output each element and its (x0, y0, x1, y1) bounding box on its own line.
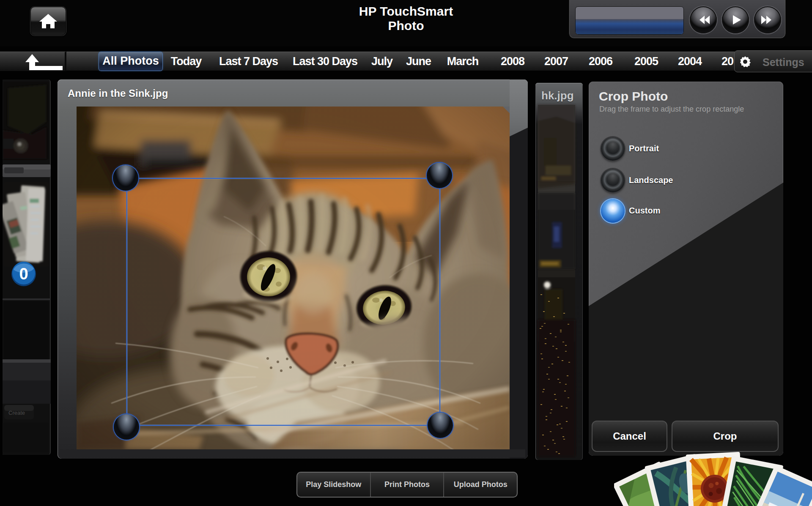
svg-text:0: 0 (19, 265, 28, 283)
svg-text:Create: Create (8, 410, 25, 416)
